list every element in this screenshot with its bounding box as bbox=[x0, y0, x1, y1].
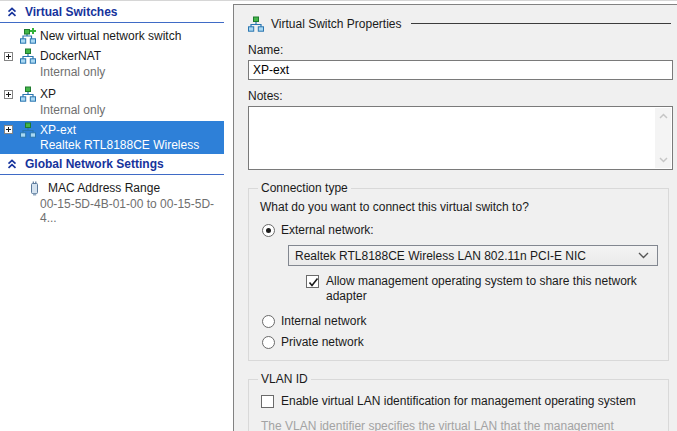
notes-label: Notes: bbox=[248, 89, 673, 103]
tree-item-xp-ext[interactable]: XP-ext bbox=[0, 121, 224, 138]
virtual-switch-icon bbox=[20, 122, 36, 138]
tree-item-sublabel: Internal only bbox=[0, 65, 224, 79]
external-network-label: External network: bbox=[281, 223, 374, 237]
allow-share-checkbox[interactable] bbox=[306, 275, 319, 288]
tree-item-dockernat[interactable]: DockerNAT bbox=[0, 47, 224, 65]
header-rule bbox=[411, 23, 672, 24]
connection-question: What do you want to connect this virtual… bbox=[258, 200, 658, 214]
allow-share-label: Allow management operating system to sha… bbox=[326, 274, 658, 304]
tree-item-label: New virtual network switch bbox=[40, 29, 181, 43]
connection-type-group: Connection type What do you want to conn… bbox=[248, 181, 669, 361]
virtual-switch-icon bbox=[20, 86, 36, 102]
virtual-switch-icon bbox=[20, 48, 36, 64]
section-title: Virtual Switches bbox=[25, 5, 117, 19]
tree-item-sublabel: Internal only bbox=[0, 103, 224, 117]
connection-type-title: Connection type bbox=[258, 181, 351, 195]
name-input[interactable] bbox=[248, 60, 673, 80]
network-adapter-icon bbox=[26, 180, 42, 196]
new-virtual-switch-icon bbox=[20, 28, 36, 44]
network-adapter-dropdown[interactable]: Realtek RTL8188CE Wireless LAN 802.11n P… bbox=[288, 245, 658, 266]
properties-title: Virtual Switch Properties bbox=[271, 17, 402, 31]
tree-item-label: XP bbox=[40, 87, 56, 101]
switch-tree-panel: Virtual Switches New virtual network swi… bbox=[0, 2, 224, 431]
expand-icon[interactable] bbox=[4, 90, 13, 99]
notes-scrollbar[interactable] bbox=[655, 108, 671, 168]
enable-vlan-checkbox-row[interactable]: Enable virtual LAN identification for ma… bbox=[261, 394, 658, 409]
enable-vlan-label: Enable virtual LAN identification for ma… bbox=[281, 394, 636, 409]
tree-section-virtual-switches[interactable]: Virtual Switches bbox=[0, 2, 224, 23]
internal-network-radio-row[interactable]: Internal network bbox=[262, 314, 658, 328]
scroll-down-icon[interactable] bbox=[659, 157, 668, 163]
checkmark-icon bbox=[307, 276, 320, 289]
tree-item-label: DockerNAT bbox=[40, 49, 101, 63]
tree-item-xp-ext-selected[interactable]: XP-ext Realtek RTL8188CE Wireless LAN ..… bbox=[0, 121, 224, 154]
name-label: Name: bbox=[248, 43, 673, 57]
vlan-id-title: VLAN ID bbox=[258, 372, 311, 386]
external-network-radio[interactable] bbox=[262, 224, 275, 237]
properties-pane: Virtual Switch Properties Name: Notes: C… bbox=[233, 4, 677, 431]
scroll-up-icon[interactable] bbox=[659, 113, 668, 119]
tree-item-sublabel: 00-15-5D-4B-01-00 to 00-15-5D-4... bbox=[0, 197, 224, 211]
collapse-section-icon bbox=[7, 159, 17, 169]
allow-share-checkbox-row[interactable]: Allow management operating system to sha… bbox=[306, 274, 658, 304]
selected-adapter: Realtek RTL8188CE Wireless LAN 802.11n P… bbox=[295, 249, 586, 263]
virtual-switch-icon bbox=[248, 16, 264, 32]
private-network-label: Private network bbox=[281, 335, 364, 349]
virtual-switch-manager-window: Virtual Switches New virtual network swi… bbox=[0, 0, 677, 431]
tree-item-xp[interactable]: XP bbox=[0, 85, 224, 103]
tree-item-mac-address-range[interactable]: MAC Address Range bbox=[0, 179, 224, 197]
tree-item-new-virtual-switch[interactable]: New virtual network switch bbox=[0, 27, 224, 45]
notes-textarea[interactable] bbox=[248, 106, 673, 170]
internal-network-label: Internal network bbox=[281, 314, 366, 328]
vlan-description: The VLAN identifier specifies the virtua… bbox=[258, 419, 658, 431]
chevron-down-icon bbox=[638, 252, 649, 259]
collapse-section-icon bbox=[7, 7, 17, 17]
expand-icon[interactable] bbox=[4, 52, 13, 61]
private-network-radio-row[interactable]: Private network bbox=[262, 335, 658, 349]
expand-icon[interactable] bbox=[4, 125, 13, 134]
private-network-radio[interactable] bbox=[262, 336, 275, 349]
tree-item-label: MAC Address Range bbox=[48, 181, 160, 195]
internal-network-radio[interactable] bbox=[262, 315, 275, 328]
tree-item-sublabel: Realtek RTL8188CE Wireless LAN ... bbox=[0, 138, 224, 154]
properties-header: Virtual Switch Properties bbox=[248, 15, 673, 32]
tree-item-label: XP-ext bbox=[40, 123, 76, 137]
vlan-id-group: VLAN ID Enable virtual LAN identificatio… bbox=[248, 372, 669, 431]
external-network-radio-row[interactable]: External network: bbox=[262, 223, 658, 237]
enable-vlan-checkbox[interactable] bbox=[261, 395, 274, 408]
tree-section-global-network-settings[interactable]: Global Network Settings bbox=[0, 154, 224, 175]
section-title: Global Network Settings bbox=[25, 157, 164, 171]
